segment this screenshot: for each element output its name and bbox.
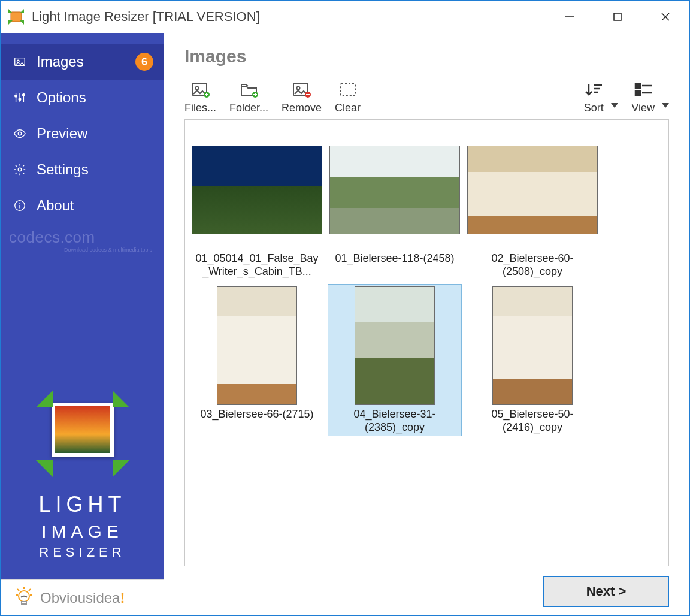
thumbnail-image [467,146,598,234]
codecs-watermark: codecs.com [1,224,164,247]
thumbnail-image [192,146,322,234]
thumbnail-filename: 03_Bielersee-66-(2715) [199,406,314,425]
clear-button[interactable]: Clear [335,81,361,114]
images-count-badge: 6 [135,53,153,71]
thumbnail-filename: 02_Bielersee-60-(2508)_copy [467,250,598,279]
svg-line-27 [29,589,31,591]
app-logo-large [35,392,131,476]
image-add-icon [190,81,211,98]
svg-rect-41 [635,91,640,95]
thumbnail-image [355,286,435,405]
svg-marker-2 [20,9,24,13]
minimize-button[interactable] [546,1,594,33]
maximize-button[interactable] [594,1,641,33]
sidebar-item-settings[interactable]: Settings [1,152,164,188]
thumbnail-card[interactable]: 04_Bielersee-31-(2385)_copy [328,284,462,436]
thumbnail-image [492,286,573,405]
add-files-button[interactable]: Files... [184,81,216,114]
info-icon [11,199,28,212]
gear-icon [11,163,28,176]
thumbnail-image [217,286,297,405]
image-remove-icon [292,81,312,98]
svg-point-21 [19,203,20,204]
view-dropdown[interactable]: View [631,81,669,114]
svg-rect-0 [11,12,22,22]
thumbnail-card[interactable]: 05_Bielersee-50-(2416)_copy [465,284,600,436]
sidebar-item-label: Images [37,53,135,70]
main-panel: Images Files... [164,33,689,615]
app-icon [7,7,26,26]
next-button[interactable]: Next > [543,576,669,607]
sort-dropdown[interactable]: Sort [583,81,618,114]
sort-icon [583,81,604,98]
sidebar-item-images[interactable]: Images 6 [1,44,164,80]
sliders-icon [11,91,28,104]
toolbar: Files... Folder... [184,73,669,119]
sidebar-item-preview[interactable]: Preview [1,116,164,152]
thumbnail-filename: 05_Bielersee-50-(2416)_copy [467,406,598,434]
thumbnail-card[interactable]: 01_Bielersee-118-(2458) [328,128,462,280]
footer: Next > [184,566,669,607]
eye-icon [11,127,28,140]
thumbnail-card[interactable]: 01_05014_01_False_Bay_Writer_s_Cabin_TB.… [190,128,324,280]
svg-marker-3 [8,20,13,25]
svg-point-33 [296,87,299,90]
thumbnail-filename: 01_05014_01_False_Bay_Writer_s_Cabin_TB.… [192,250,322,279]
page-title: Images [184,46,669,73]
thumbnail-image [329,146,460,234]
svg-rect-39 [635,84,640,88]
thumbnail-filename: 01_Bielersee-118-(2458) [334,250,455,269]
sidebar-item-label: Preview [37,125,153,142]
add-folder-button[interactable]: Folder... [229,81,268,114]
thumbnail-card[interactable]: 02_Bielersee-60-(2508)_copy [465,128,600,280]
svg-point-17 [18,132,22,135]
sidebar-item-label: Settings [37,161,153,178]
images-icon [11,55,28,68]
svg-point-16 [23,94,25,96]
lightbulb-icon [11,584,37,611]
app-window: Light Image Resizer [TRIAL VERSION] Imag… [0,0,690,616]
svg-point-12 [15,95,17,97]
close-button[interactable] [641,1,689,33]
svg-line-26 [17,589,19,591]
remove-button[interactable]: Remove [282,81,322,114]
svg-point-29 [195,87,198,90]
sidebar: Images 6 Options Preview [1,33,164,615]
sidebar-item-label: About [37,197,153,214]
window-title: Light Image Resizer [TRIAL VERSION] [32,9,546,25]
thumbnail-area[interactable]: 01_05014_01_False_Bay_Writer_s_Cabin_TB.… [184,119,669,566]
svg-rect-6 [614,13,621,20]
chevron-down-icon [611,103,618,108]
view-icon [633,81,653,98]
svg-rect-35 [341,84,355,96]
titlebar: Light Image Resizer [TRIAL VERSION] [1,1,689,33]
sidebar-item-options[interactable]: Options [1,80,164,116]
vendor-label: Obviousidea! [40,590,125,606]
brand-text: LIGHT IMAGE RESIZER [38,490,126,561]
thumbnail-card[interactable]: 03_Bielersee-66-(2715) [190,284,324,436]
svg-point-18 [18,168,22,171]
thumbnail-filename: 04_Bielersee-31-(2385)_copy [329,406,460,434]
clear-icon [338,81,358,98]
svg-marker-4 [20,20,24,25]
sidebar-item-label: Options [37,89,153,106]
svg-point-14 [19,98,21,101]
sidebar-item-about[interactable]: About [1,188,164,224]
folder-add-icon [239,81,259,98]
codecs-subtitle: Download codecs & multimedia tools [1,247,164,253]
vendor-bar[interactable]: Obviousidea! [1,579,164,615]
svg-marker-1 [8,9,13,13]
brand-area: LIGHT IMAGE RESIZER [1,392,164,579]
chevron-down-icon [662,103,669,108]
